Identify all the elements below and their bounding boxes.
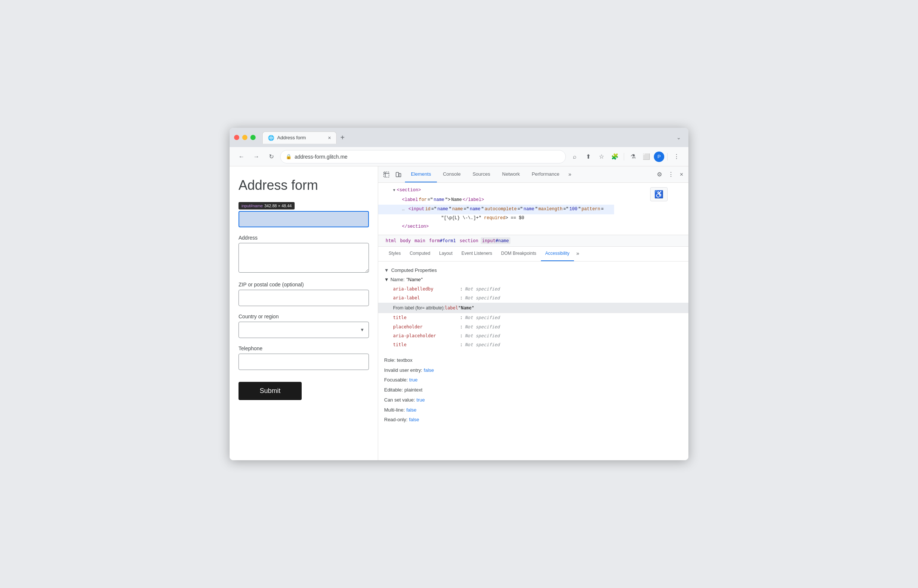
tab-network[interactable]: Network bbox=[496, 166, 526, 183]
svg-rect-2 bbox=[399, 173, 401, 177]
from-label-type: label bbox=[445, 304, 458, 312]
computed-props-triangle[interactable]: ▼ bbox=[384, 267, 389, 273]
element-picker-button[interactable] bbox=[381, 170, 391, 180]
tab-close-button[interactable]: × bbox=[328, 135, 331, 141]
tab-layout[interactable]: Layout bbox=[435, 247, 457, 261]
svg-rect-0 bbox=[384, 172, 389, 177]
share-button[interactable]: ⬆ bbox=[582, 151, 594, 163]
device-toolbar-button[interactable] bbox=[393, 170, 404, 180]
tooltip-size: 342.88 × 48.44 bbox=[265, 204, 292, 208]
devtools-more-button[interactable]: ⋮ bbox=[666, 169, 676, 180]
address-label: Address bbox=[239, 235, 369, 241]
maximize-traffic-light[interactable] bbox=[251, 135, 255, 140]
country-form-section: Country or region ▼ bbox=[239, 313, 369, 338]
can-set-value-label: Can set value: bbox=[384, 396, 415, 404]
computed-props-header[interactable]: ▼ Computed Properties bbox=[384, 267, 682, 273]
tab-styles[interactable]: Styles bbox=[384, 247, 405, 261]
tab-favicon: 🌐 bbox=[268, 135, 274, 141]
tab-accessibility[interactable]: Accessibility bbox=[541, 247, 574, 261]
multi-line-label: Multi-line: bbox=[384, 406, 405, 414]
dom-label-line[interactable]: <label for =" name "> Name </label> bbox=[378, 195, 614, 205]
profile-button[interactable]: P bbox=[654, 152, 664, 162]
tab-dropdown[interactable]: ⌄ bbox=[674, 133, 684, 142]
from-label-value: "Name" bbox=[458, 304, 474, 312]
tooltip-tag: input#name bbox=[241, 204, 263, 208]
address-bar[interactable]: 🔒 address-form.glitch.me bbox=[280, 150, 566, 163]
collapse-triangle[interactable]: ▼ bbox=[393, 187, 395, 194]
multi-line-value: false bbox=[406, 406, 417, 414]
title-row1: title : Not specified bbox=[384, 313, 682, 322]
name-label-text: Name: bbox=[391, 277, 404, 282]
aria-labelledby-value: Not specified bbox=[465, 285, 500, 293]
dom-pattern-attr: pattern bbox=[582, 205, 600, 213]
active-tab[interactable]: 🌐 Address form × bbox=[262, 131, 336, 144]
forward-button[interactable]: → bbox=[251, 151, 262, 163]
name-input[interactable] bbox=[239, 211, 369, 227]
name-form-section: input#name 342.88 × 48.44 bbox=[239, 202, 369, 227]
title-name1: title bbox=[393, 314, 460, 321]
close-traffic-light[interactable] bbox=[234, 135, 239, 140]
minimize-traffic-light[interactable] bbox=[242, 135, 247, 140]
dom-label-open: <label bbox=[402, 196, 418, 204]
devtools-settings-button[interactable]: ⚙ bbox=[655, 169, 664, 180]
breadcrumb-html[interactable]: html bbox=[384, 237, 398, 244]
dom-input-line[interactable]: … <input id =" name " name =" name " aut… bbox=[378, 205, 614, 214]
dom-section-line[interactable]: ▼ <section> bbox=[378, 186, 614, 195]
back-button[interactable]: ← bbox=[236, 151, 247, 163]
tab-elements[interactable]: Elements bbox=[405, 166, 437, 183]
search-button[interactable]: ⌕ bbox=[569, 151, 581, 163]
telephone-input[interactable] bbox=[239, 354, 369, 370]
svg-rect-1 bbox=[396, 172, 399, 177]
breadcrumb-body[interactable]: body bbox=[399, 237, 412, 244]
submit-button[interactable]: Submit bbox=[239, 382, 302, 400]
devtools-close-button[interactable]: × bbox=[678, 169, 685, 180]
zip-input[interactable] bbox=[239, 290, 369, 306]
more-devtools-tabs[interactable]: » bbox=[566, 170, 574, 180]
more-props-tabs[interactable]: » bbox=[574, 249, 582, 259]
breadcrumb-input[interactable]: input#name bbox=[481, 237, 511, 244]
new-tab-button[interactable]: + bbox=[336, 132, 349, 144]
title-value1: Not specified bbox=[465, 314, 500, 321]
dom-close-section-line[interactable]: </section> bbox=[378, 222, 614, 232]
name-triangle[interactable]: ▼ bbox=[384, 277, 389, 282]
multi-line-row: Multi-line: false bbox=[384, 405, 682, 415]
split-view-button[interactable]: ⬜ bbox=[640, 151, 652, 163]
tab-title: Address form bbox=[277, 135, 325, 141]
devtools-tabs: Elements Console Sources Network Perform… bbox=[405, 166, 653, 183]
accessibility-person-button[interactable]: ♿ bbox=[650, 187, 667, 201]
breadcrumb-form[interactable]: form#form1 bbox=[428, 237, 457, 244]
can-set-value-row: Can set value: true bbox=[384, 395, 682, 405]
country-label: Country or region bbox=[239, 313, 369, 320]
breadcrumb-section[interactable]: section bbox=[458, 237, 480, 244]
name-value: "Name" bbox=[406, 277, 422, 282]
tab-sources[interactable]: Sources bbox=[467, 166, 496, 183]
focusable-row: Focusable: true bbox=[384, 375, 682, 385]
tab-computed[interactable]: Computed bbox=[405, 247, 435, 261]
name-section: ▼ Name: "Name" aria-labelledby : Not spe… bbox=[384, 277, 682, 349]
dom-autocomplete-value: name bbox=[524, 205, 534, 213]
tab-console[interactable]: Console bbox=[437, 166, 467, 183]
dom-name-attr: name bbox=[452, 205, 463, 213]
more-menu-button[interactable]: ⋮ bbox=[671, 151, 682, 163]
bookmark-button[interactable]: ☆ bbox=[596, 151, 608, 163]
country-select[interactable] bbox=[239, 321, 369, 338]
dom-id-attr: id bbox=[425, 205, 430, 213]
invalid-label: Invalid user entry: bbox=[384, 367, 422, 375]
dom-ellipsis: … bbox=[402, 205, 404, 213]
title-value2: Not specified bbox=[465, 341, 500, 349]
devtools-toggle-button[interactable]: ⚗ bbox=[627, 151, 639, 163]
tab-event-listeners[interactable]: Event Listeners bbox=[457, 247, 497, 261]
devtools-panel: Elements Console Sources Network Perform… bbox=[378, 166, 688, 460]
breadcrumb-main[interactable]: main bbox=[413, 237, 427, 244]
tab-performance[interactable]: Performance bbox=[526, 166, 565, 183]
address-input[interactable] bbox=[239, 243, 369, 273]
dom-name-value: name bbox=[470, 205, 480, 213]
tab-dom-breakpoints[interactable]: DOM Breakpoints bbox=[497, 247, 541, 261]
focusable-label: Focusable: bbox=[384, 376, 408, 384]
extension-button[interactable]: 🧩 bbox=[609, 151, 621, 163]
lock-icon: 🔒 bbox=[286, 154, 292, 159]
placeholder-name: placeholder bbox=[393, 323, 460, 331]
name-section-header[interactable]: ▼ Name: "Name" bbox=[384, 277, 682, 282]
refresh-button[interactable]: ↻ bbox=[265, 151, 277, 163]
aria-placeholder-value: Not specified bbox=[465, 332, 500, 339]
